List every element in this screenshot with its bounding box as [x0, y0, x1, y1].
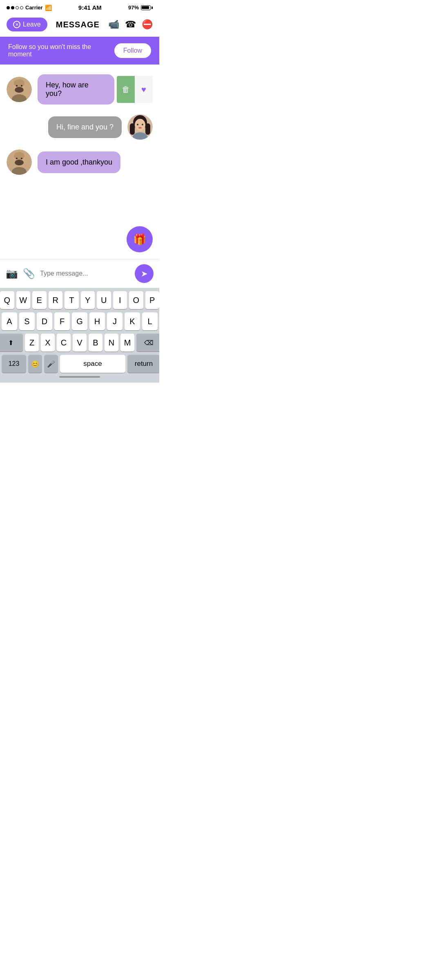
key-c[interactable]: C — [57, 334, 71, 352]
signal-dots — [7, 6, 23, 9]
message-input[interactable] — [40, 270, 130, 277]
heart-button[interactable]: ♥ — [135, 76, 153, 103]
key-backspace[interactable]: ⌫ — [136, 334, 159, 352]
key-y[interactable]: Y — [81, 291, 95, 309]
key-o[interactable]: O — [129, 291, 143, 309]
svg-point-4 — [21, 85, 22, 87]
camera-icon[interactable]: 📷 — [6, 268, 18, 279]
follow-button[interactable]: Follow — [114, 43, 151, 58]
key-x[interactable]: X — [41, 334, 55, 352]
follow-banner-text: Follow so you won't miss the moment — [8, 43, 114, 58]
key-j[interactable]: J — [107, 312, 122, 330]
avatar-male-1 — [7, 77, 32, 102]
page-title: MESSAGE — [56, 20, 100, 29]
header-icons: 📹 ☎ ⛔ — [108, 19, 153, 30]
bubble-actions-1: 🗑 ♥ — [117, 76, 153, 103]
messages-area: Hey, how are you? 🗑 ♥ Hi, fine and you ? — [0, 65, 159, 220]
phone-icon[interactable]: ☎ — [125, 19, 136, 30]
message-bubble-2: Hi, fine and you ? — [48, 116, 122, 138]
key-l[interactable]: L — [142, 312, 158, 330]
key-n[interactable]: N — [105, 334, 118, 352]
key-h[interactable]: H — [89, 312, 105, 330]
key-emoji[interactable]: 😊 — [28, 355, 42, 373]
svg-rect-10 — [130, 123, 135, 135]
key-w[interactable]: W — [16, 291, 31, 309]
header: ✕ Leave MESSAGE 📹 ☎ ⛔ — [0, 13, 159, 37]
key-microphone[interactable]: 🎤 — [44, 355, 58, 373]
svg-point-13 — [142, 124, 143, 125]
delete-button[interactable]: 🗑 — [117, 76, 135, 103]
svg-point-14 — [138, 127, 142, 129]
key-p[interactable]: P — [145, 291, 160, 309]
gift-area: 🎁 — [0, 220, 159, 259]
key-s[interactable]: S — [19, 312, 35, 330]
keyboard-row-2: A S D F G H J K L — [0, 312, 159, 330]
key-v[interactable]: V — [73, 334, 87, 352]
x-icon: ✕ — [13, 21, 20, 28]
svg-point-12 — [137, 124, 138, 125]
svg-point-19 — [16, 158, 18, 159]
status-right: 97% — [128, 4, 153, 11]
svg-point-18 — [14, 152, 24, 160]
send-icon: ➤ — [141, 269, 148, 278]
svg-point-2 — [14, 79, 24, 87]
home-indicator — [0, 373, 159, 381]
key-q[interactable]: Q — [0, 291, 14, 309]
home-bar — [59, 376, 100, 378]
battery-icon — [141, 5, 153, 10]
key-return[interactable]: return — [127, 355, 159, 373]
svg-point-9 — [135, 119, 145, 131]
key-f[interactable]: F — [54, 312, 70, 330]
signal-dot-1 — [7, 6, 10, 9]
avatar-male-2 — [7, 149, 32, 175]
attachment-icon[interactable]: 📎 — [23, 268, 35, 279]
signal-dot-3 — [16, 6, 19, 9]
key-g[interactable]: G — [72, 312, 87, 330]
key-123[interactable]: 123 — [2, 355, 26, 373]
message-bubble-1: Hey, how are you? — [38, 74, 114, 105]
battery-percent: 97% — [128, 4, 139, 11]
gift-button[interactable]: 🎁 — [127, 226, 153, 252]
key-b[interactable]: B — [89, 334, 102, 352]
leave-button[interactable]: ✕ Leave — [7, 18, 47, 31]
svg-point-3 — [16, 85, 18, 87]
status-left: Carrier 📶 — [7, 4, 52, 11]
key-k[interactable]: K — [125, 312, 140, 330]
svg-point-5 — [15, 87, 24, 93]
avatar-female — [127, 114, 153, 140]
key-shift[interactable]: ⬆ — [0, 334, 23, 352]
leave-label: Leave — [23, 21, 41, 28]
message-bubble-3: I am good ,thankyou — [38, 151, 120, 173]
status-time: 9:41 AM — [78, 4, 102, 11]
status-bar: Carrier 📶 9:41 AM 97% — [0, 0, 159, 13]
send-button[interactable]: ➤ — [135, 264, 154, 283]
input-bar: 📷 📎 ➤ — [0, 259, 159, 288]
follow-banner: Follow so you won't miss the moment Foll… — [0, 37, 159, 65]
keyboard-row-1: Q W E R T Y U I O P — [0, 291, 159, 309]
signal-dot-2 — [11, 6, 14, 9]
message-row: I am good ,thankyou — [7, 149, 153, 175]
block-icon[interactable]: ⛔ — [142, 19, 153, 30]
key-t[interactable]: T — [65, 291, 79, 309]
key-r[interactable]: R — [49, 291, 63, 309]
carrier-label: Carrier — [25, 4, 43, 11]
svg-rect-11 — [145, 123, 150, 135]
key-d[interactable]: D — [37, 312, 52, 330]
keyboard: Q W E R T Y U I O P A S D F G H J K L ⬆ … — [0, 288, 159, 383]
key-a[interactable]: A — [2, 312, 17, 330]
key-i[interactable]: I — [113, 291, 127, 309]
svg-point-20 — [21, 158, 22, 159]
key-m[interactable]: M — [120, 334, 134, 352]
key-e[interactable]: E — [32, 291, 47, 309]
keyboard-row-3: ⬆ Z X C V B N M ⌫ — [0, 334, 159, 352]
key-space[interactable]: space — [60, 355, 125, 373]
message-row: Hey, how are you? 🗑 ♥ — [7, 74, 153, 105]
video-icon[interactable]: 📹 — [108, 19, 119, 30]
wifi-icon: 📶 — [45, 4, 52, 11]
key-u[interactable]: U — [97, 291, 111, 309]
signal-dot-4 — [20, 6, 23, 9]
key-z[interactable]: Z — [25, 334, 39, 352]
message-row: Hi, fine and you ? — [7, 114, 153, 140]
svg-point-21 — [15, 160, 24, 165]
keyboard-bottom-row: 123 😊 🎤 space return — [0, 355, 159, 373]
